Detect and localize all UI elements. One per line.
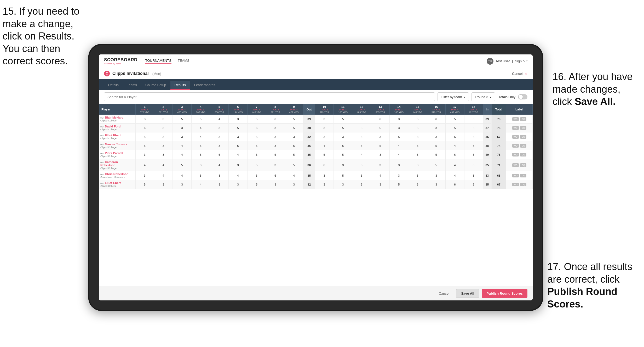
score-hole-2[interactable]: 3 (154, 132, 172, 141)
round-selector-button[interactable]: Round 3 (472, 92, 495, 101)
dq-button[interactable]: DQ (520, 174, 526, 177)
score-hole-6[interactable]: 3 (229, 159, 247, 171)
score-hole-18[interactable]: 5 (464, 132, 483, 141)
score-hole-14[interactable]: 4 (390, 141, 408, 150)
score-hole-5[interactable]: 5 (210, 150, 229, 159)
score-hole-7[interactable]: 5 (247, 115, 266, 124)
score-hole-1[interactable]: 5 (135, 180, 154, 189)
score-hole-18[interactable]: 3 (464, 115, 483, 124)
score-hole-9[interactable]: 5 (285, 124, 303, 132)
score-hole-13[interactable]: 3 (371, 150, 389, 159)
score-hole-5[interactable]: 3 (210, 132, 229, 141)
score-hole-10[interactable]: 3 (315, 124, 334, 132)
score-hole-18[interactable]: 5 (464, 150, 483, 159)
scores-table-container[interactable]: Player 1PAR: 4370 YDS 2PAR: 5511 YDS 3PA… (99, 104, 533, 286)
score-hole-5[interactable]: 3 (210, 124, 229, 132)
score-hole-7[interactable]: 5 (247, 141, 266, 150)
score-hole-2[interactable]: 3 (154, 141, 172, 150)
score-hole-11[interactable]: 5 (334, 141, 352, 150)
score-hole-18[interactable]: 5 (464, 180, 483, 189)
tab-results[interactable]: Results (170, 81, 190, 90)
sign-out-link[interactable]: Sign out (515, 59, 527, 63)
score-hole-16[interactable]: 3 (427, 132, 445, 141)
score-hole-2[interactable]: 3 (154, 180, 172, 189)
score-hole-17[interactable]: 6 (446, 132, 464, 141)
score-hole-1[interactable]: 3 (135, 115, 154, 124)
score-hole-3[interactable]: 3 (173, 124, 191, 132)
search-input[interactable] (104, 92, 435, 101)
dq-button[interactable]: DQ (520, 153, 526, 156)
score-hole-14[interactable]: 3 (390, 124, 408, 132)
score-hole-6[interactable]: 3 (229, 115, 247, 124)
wd-button[interactable]: WD (512, 153, 519, 156)
score-hole-9[interactable]: 5 (285, 115, 303, 124)
dq-button[interactable]: DQ (520, 117, 526, 121)
score-hole-3[interactable]: 3 (173, 180, 191, 189)
score-hole-9[interactable]: 5 (285, 159, 303, 171)
score-hole-16[interactable]: 5 (427, 141, 445, 150)
score-hole-1[interactable]: 3 (135, 171, 154, 180)
score-hole-16[interactable]: 3 (427, 180, 445, 189)
score-hole-9[interactable]: 3 (285, 180, 303, 189)
score-hole-14[interactable]: 5 (390, 180, 408, 189)
score-hole-16[interactable]: 5 (427, 150, 445, 159)
score-hole-10[interactable]: 3 (315, 115, 334, 124)
nav-link-tournaments[interactable]: TOURNAMENTS (145, 59, 171, 64)
dq-button[interactable]: DQ (520, 126, 526, 130)
score-hole-11[interactable]: 5 (334, 115, 352, 124)
player-full-name[interactable]: Piers Parnell (105, 152, 123, 155)
score-hole-6[interactable]: 4 (229, 171, 247, 180)
score-hole-3[interactable]: 4 (173, 141, 191, 150)
score-hole-12[interactable]: 5 (352, 132, 371, 141)
dq-button[interactable]: DQ (520, 183, 526, 186)
score-hole-7[interactable]: 5 (247, 159, 266, 171)
score-hole-12[interactable]: 4 (352, 150, 371, 159)
score-hole-3[interactable]: 4 (173, 150, 191, 159)
score-hole-14[interactable]: 3 (390, 171, 408, 180)
score-hole-13[interactable]: 4 (371, 171, 389, 180)
wd-button[interactable]: WD (512, 135, 519, 139)
score-hole-6[interactable]: 5 (229, 141, 247, 150)
score-hole-4[interactable]: 5 (191, 171, 210, 180)
score-hole-5[interactable]: 3 (210, 180, 229, 189)
score-hole-14[interactable]: 4 (390, 150, 408, 159)
score-hole-2[interactable]: 3 (154, 115, 172, 124)
score-hole-10[interactable]: 3 (315, 171, 334, 180)
score-hole-15[interactable]: 3 (408, 159, 427, 171)
score-hole-7[interactable]: 3 (247, 150, 266, 159)
score-hole-8[interactable]: 5 (266, 150, 285, 159)
score-hole-13[interactable]: 5 (371, 124, 389, 132)
score-hole-15[interactable]: 3 (408, 180, 427, 189)
wd-button[interactable]: WD (512, 174, 519, 177)
dq-button[interactable]: DQ (520, 163, 526, 167)
score-hole-8[interactable]: 5 (266, 171, 285, 180)
score-hole-12[interactable]: 5 (352, 141, 371, 150)
score-hole-5[interactable]: 4 (210, 159, 229, 171)
score-hole-1[interactable]: 5 (135, 132, 154, 141)
score-hole-12[interactable]: 5 (352, 159, 371, 171)
score-hole-9[interactable]: 4 (285, 171, 303, 180)
score-hole-8[interactable]: 6 (266, 115, 285, 124)
score-hole-16[interactable]: 5 (427, 159, 445, 171)
score-hole-7[interactable]: 5 (247, 132, 266, 141)
score-hole-11[interactable]: 5 (334, 124, 352, 132)
nav-link-teams[interactable]: TEAMS (178, 59, 189, 64)
score-hole-15[interactable]: 5 (408, 171, 427, 180)
score-hole-11[interactable]: 5 (334, 171, 352, 180)
tab-course-setup[interactable]: Course Setup (141, 81, 170, 90)
wd-button[interactable]: WD (512, 117, 519, 121)
score-hole-14[interactable]: 3 (390, 159, 408, 171)
score-hole-10[interactable]: 4 (315, 141, 334, 150)
score-hole-12[interactable]: 5 (352, 180, 371, 189)
score-hole-4[interactable]: 5 (191, 150, 210, 159)
score-hole-18[interactable]: 3 (464, 171, 483, 180)
score-hole-8[interactable]: 3 (266, 124, 285, 132)
score-hole-5[interactable]: 4 (210, 115, 229, 124)
cancel-action-button[interactable]: Cancel (435, 289, 453, 298)
player-full-name[interactable]: Elliot Ebert (105, 134, 121, 137)
score-hole-17[interactable]: 6 (446, 150, 464, 159)
score-hole-17[interactable]: 4 (446, 171, 464, 180)
score-hole-4[interactable]: 4 (191, 132, 210, 141)
save-all-button[interactable]: Save All (456, 289, 479, 298)
player-full-name[interactable]: Chris Robertson (105, 172, 128, 176)
